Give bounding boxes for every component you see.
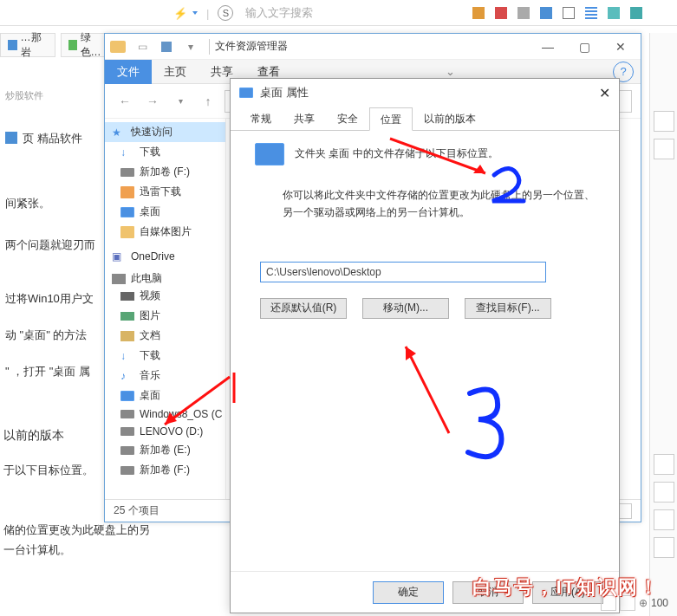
tab-security[interactable]: 安全	[326, 107, 369, 130]
tool-icon-2[interactable]	[495, 7, 507, 19]
chevron-down-icon[interactable]	[192, 11, 198, 15]
tab-previous-versions[interactable]: 以前的版本	[413, 107, 487, 130]
tool-icon-5[interactable]	[563, 7, 575, 19]
explorer-sidebar: ★ 快速访问 ↓下载 新加卷 (F:) 迅雷下载 桌面 自媒体图片 ▣OneDr…	[105, 119, 226, 499]
download-icon: ↓	[120, 350, 134, 362]
tab-label: …那岩	[21, 30, 49, 60]
tab-location[interactable]: 位置	[369, 107, 413, 131]
nav-history-button[interactable]: ▾	[169, 90, 192, 113]
close-button[interactable]: ✕	[606, 37, 635, 56]
sidebar-item-drive-f2[interactable]: 新加卷 (F:)	[105, 460, 225, 480]
browser-top-bar: ⚡ | S 输入文字搜索	[0, 0, 677, 26]
qat-btn-2[interactable]	[157, 37, 176, 56]
tool-icon-4[interactable]	[540, 7, 552, 19]
minimize-button[interactable]: —	[533, 37, 563, 56]
drive-icon	[120, 427, 134, 436]
status-item-count: 25 个项目	[114, 503, 159, 518]
sidebar-label: 音乐	[140, 368, 160, 383]
sidebar-item-drive-c[interactable]: Windows8_OS (C	[105, 405, 225, 423]
side-tool-3[interactable]	[654, 454, 674, 475]
dialog-titlebar[interactable]: 桌面 属性 ✕	[231, 79, 619, 107]
search-input[interactable]: 输入文字搜索	[245, 5, 313, 21]
tab-favicon	[8, 40, 17, 50]
sidebar-item-desktop[interactable]: 桌面	[105, 202, 225, 222]
location-path-input[interactable]	[260, 262, 546, 282]
video-icon	[120, 292, 134, 301]
ok-button[interactable]: 确定	[373, 581, 444, 604]
tool-icon-6[interactable]	[608, 7, 620, 19]
sidebar-item-music[interactable]: ♪音乐	[105, 366, 225, 386]
window-controls: — ▢ ✕	[533, 37, 635, 56]
side-tool-4[interactable]	[654, 482, 674, 503]
sidebar-label: 新加卷 (F:)	[140, 165, 190, 179]
window-title: 文件资源管理器	[215, 39, 533, 54]
maximize-button[interactable]: ▢	[570, 37, 599, 56]
tab-sharing[interactable]: 共享	[283, 107, 326, 130]
sidebar-item-drive-e[interactable]: 新加卷 (E:)	[105, 440, 225, 460]
sidebar-label: 快速访问	[131, 125, 173, 139]
ribbon-tab-file[interactable]: 文件	[105, 60, 152, 84]
sidebar-item-xunlei[interactable]: 迅雷下载	[105, 182, 225, 202]
sidebar-onedrive[interactable]: ▣OneDrive	[105, 250, 225, 263]
nav-up-button[interactable]: ↑	[197, 90, 219, 113]
sidebar-item-desktop2[interactable]: 桌面	[105, 386, 225, 405]
sidebar-label: OneDrive	[131, 250, 175, 263]
bg-paragraph: 于以下目标位置。	[0, 459, 97, 482]
sidebar-item-pictures[interactable]: 图片	[105, 306, 225, 326]
location-description: 你可以将此文件夹中文件存储的位置更改为此硬盘上的另一个位置、另一个驱动器或网络上…	[283, 186, 595, 222]
sidebar-label: Windows8_OS (C	[140, 408, 222, 420]
search-provider-icon[interactable]: S	[218, 5, 233, 21]
find-target-button[interactable]: 查找目标(F)...	[465, 298, 551, 319]
desktop-large-icon	[255, 143, 284, 165]
sidebar-label: 视频	[140, 289, 160, 303]
separator: |	[206, 7, 209, 20]
qat-dropdown[interactable]: ▾	[181, 37, 200, 56]
close-button[interactable]: ✕	[599, 85, 610, 101]
right-side-panel	[649, 33, 677, 616]
tab-label: 绿色…	[81, 30, 106, 60]
sidebar-label: 桌面	[140, 204, 160, 219]
grid-icon[interactable]	[585, 7, 597, 19]
tool-icon-3[interactable]	[518, 7, 530, 19]
tab-1[interactable]: …那岩	[0, 33, 55, 57]
sidebar-item-drive-d[interactable]: LENOVO (D:)	[105, 423, 225, 440]
folder-icon	[120, 226, 134, 238]
bolt-icon[interactable]: ⚡	[173, 7, 187, 20]
side-tool-5[interactable]	[654, 509, 674, 530]
side-tool-2[interactable]	[654, 139, 674, 159]
sidebar-item-media-pics[interactable]: 自媒体图片	[105, 222, 225, 242]
sidebar-quick-access[interactable]: ★ 快速访问	[105, 122, 225, 142]
tool-icon-7[interactable]	[630, 7, 642, 19]
ribbon-expand-icon[interactable]: ⌄	[446, 65, 455, 78]
tab-general[interactable]: 常规	[239, 107, 283, 130]
sidebar-label: 图片	[140, 308, 160, 323]
restore-default-button[interactable]: 还原默认值(R)	[260, 298, 347, 319]
folder-icon	[120, 186, 134, 198]
ribbon-tab-home[interactable]: 主页	[152, 60, 199, 84]
sidebar-item-documents[interactable]: 文档	[105, 326, 225, 346]
qat-icons: ▭ ▾	[133, 37, 204, 56]
sidebar-label: 下载	[140, 145, 160, 159]
nav-back-button[interactable]: ←	[114, 90, 136, 113]
location-buttons-row: 还原默认值(R) 移动(M)... 查找目标(F)...	[260, 298, 595, 319]
sidebar-this-pc[interactable]: 此电脑	[105, 271, 225, 286]
sidebar-item-videos[interactable]: 视频	[105, 286, 225, 306]
qat-btn-1[interactable]: ▭	[133, 37, 152, 56]
explorer-titlebar[interactable]: ▭ ▾ 文件资源管理器 — ▢ ✕	[105, 34, 641, 60]
drive-icon	[120, 168, 134, 177]
sidebar-label: LENOVO (D:)	[140, 425, 203, 438]
sidebar-label: 此电脑	[131, 271, 162, 286]
sidebar-item-drive-f[interactable]: 新加卷 (F:)	[105, 162, 225, 182]
drive-icon	[120, 466, 134, 475]
tool-icon-1[interactable]	[472, 7, 485, 19]
sidebar-label: 文档	[140, 328, 160, 343]
sidebar-item-downloads[interactable]: ↓下载	[105, 142, 225, 162]
side-tool-6[interactable]	[654, 537, 674, 558]
move-button[interactable]: 移动(M)...	[362, 298, 449, 319]
icon-group: ⚡	[173, 7, 198, 20]
bg-paragraph: 储的位置更改为此硬盘上的另一台计算机。	[0, 516, 156, 564]
sidebar-item-downloads2[interactable]: ↓下载	[105, 346, 225, 366]
nav-fwd-button[interactable]: →	[141, 90, 164, 113]
side-tool-1[interactable]	[654, 111, 674, 132]
top-toolbar: ⚡ | S 输入文字搜索	[173, 3, 642, 23]
